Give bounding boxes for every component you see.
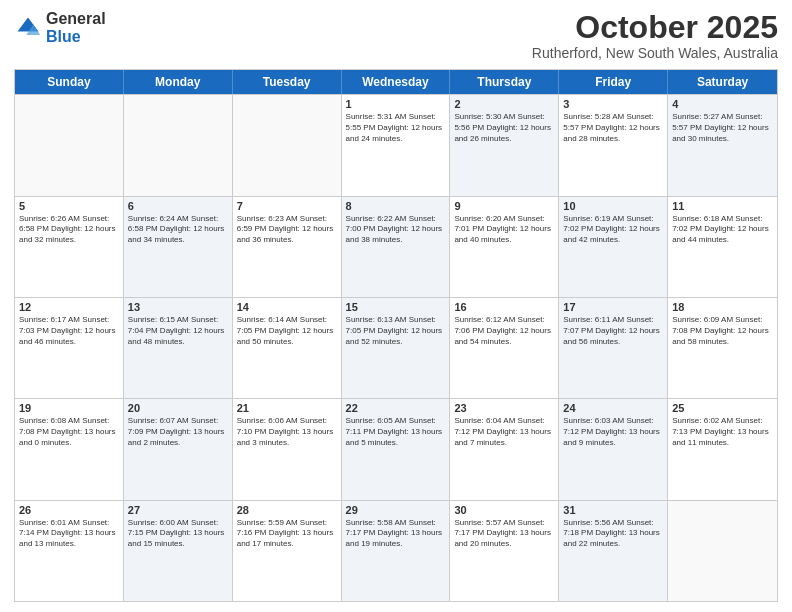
day-info: Sunrise: 6:20 AM Sunset: 7:01 PM Dayligh… (454, 214, 554, 246)
day-info: Sunrise: 6:06 AM Sunset: 7:10 PM Dayligh… (237, 416, 337, 448)
calendar-header: SundayMondayTuesdayWednesdayThursdayFrid… (15, 70, 777, 94)
day-info: Sunrise: 6:00 AM Sunset: 7:15 PM Dayligh… (128, 518, 228, 550)
day-info: Sunrise: 6:23 AM Sunset: 6:59 PM Dayligh… (237, 214, 337, 246)
day-number: 31 (563, 504, 663, 516)
day-cell-21: 21Sunrise: 6:06 AM Sunset: 7:10 PM Dayli… (233, 399, 342, 499)
day-cell-6: 6Sunrise: 6:24 AM Sunset: 6:58 PM Daylig… (124, 197, 233, 297)
day-info: Sunrise: 6:18 AM Sunset: 7:02 PM Dayligh… (672, 214, 773, 246)
day-number: 23 (454, 402, 554, 414)
day-number: 19 (19, 402, 119, 414)
weekday-header-wednesday: Wednesday (342, 70, 451, 94)
day-cell-24: 24Sunrise: 6:03 AM Sunset: 7:12 PM Dayli… (559, 399, 668, 499)
day-cell-1: 1Sunrise: 5:31 AM Sunset: 5:55 PM Daylig… (342, 95, 451, 195)
day-number: 30 (454, 504, 554, 516)
day-cell-23: 23Sunrise: 6:04 AM Sunset: 7:12 PM Dayli… (450, 399, 559, 499)
day-info: Sunrise: 6:13 AM Sunset: 7:05 PM Dayligh… (346, 315, 446, 347)
day-cell-13: 13Sunrise: 6:15 AM Sunset: 7:04 PM Dayli… (124, 298, 233, 398)
weekday-header-sunday: Sunday (15, 70, 124, 94)
logo-icon (14, 14, 42, 42)
day-info: Sunrise: 6:19 AM Sunset: 7:02 PM Dayligh… (563, 214, 663, 246)
weekday-header-friday: Friday (559, 70, 668, 94)
day-info: Sunrise: 6:24 AM Sunset: 6:58 PM Dayligh… (128, 214, 228, 246)
day-cell-15: 15Sunrise: 6:13 AM Sunset: 7:05 PM Dayli… (342, 298, 451, 398)
day-info: Sunrise: 5:30 AM Sunset: 5:56 PM Dayligh… (454, 112, 554, 144)
day-number: 21 (237, 402, 337, 414)
weekday-header-monday: Monday (124, 70, 233, 94)
day-info: Sunrise: 6:07 AM Sunset: 7:09 PM Dayligh… (128, 416, 228, 448)
calendar: SundayMondayTuesdayWednesdayThursdayFrid… (14, 69, 778, 602)
day-number: 28 (237, 504, 337, 516)
day-number: 7 (237, 200, 337, 212)
day-info: Sunrise: 6:11 AM Sunset: 7:07 PM Dayligh… (563, 315, 663, 347)
day-cell-22: 22Sunrise: 6:05 AM Sunset: 7:11 PM Dayli… (342, 399, 451, 499)
day-cell-10: 10Sunrise: 6:19 AM Sunset: 7:02 PM Dayli… (559, 197, 668, 297)
day-cell-17: 17Sunrise: 6:11 AM Sunset: 7:07 PM Dayli… (559, 298, 668, 398)
empty-cell-0-0 (15, 95, 124, 195)
top-section: General Blue October 2025 Rutherford, Ne… (14, 10, 778, 61)
calendar-row-1: 5Sunrise: 6:26 AM Sunset: 6:58 PM Daylig… (15, 196, 777, 297)
day-number: 12 (19, 301, 119, 313)
month-title: October 2025 (532, 10, 778, 45)
page: General Blue October 2025 Rutherford, Ne… (0, 0, 792, 612)
day-cell-20: 20Sunrise: 6:07 AM Sunset: 7:09 PM Dayli… (124, 399, 233, 499)
day-number: 16 (454, 301, 554, 313)
day-number: 26 (19, 504, 119, 516)
day-cell-4: 4Sunrise: 5:27 AM Sunset: 5:57 PM Daylig… (668, 95, 777, 195)
day-number: 20 (128, 402, 228, 414)
day-number: 15 (346, 301, 446, 313)
day-cell-9: 9Sunrise: 6:20 AM Sunset: 7:01 PM Daylig… (450, 197, 559, 297)
day-info: Sunrise: 6:09 AM Sunset: 7:08 PM Dayligh… (672, 315, 773, 347)
empty-cell-0-2 (233, 95, 342, 195)
day-cell-7: 7Sunrise: 6:23 AM Sunset: 6:59 PM Daylig… (233, 197, 342, 297)
day-info: Sunrise: 6:15 AM Sunset: 7:04 PM Dayligh… (128, 315, 228, 347)
calendar-row-3: 19Sunrise: 6:08 AM Sunset: 7:08 PM Dayli… (15, 398, 777, 499)
calendar-row-4: 26Sunrise: 6:01 AM Sunset: 7:14 PM Dayli… (15, 500, 777, 601)
day-cell-5: 5Sunrise: 6:26 AM Sunset: 6:58 PM Daylig… (15, 197, 124, 297)
day-number: 17 (563, 301, 663, 313)
day-number: 11 (672, 200, 773, 212)
day-cell-16: 16Sunrise: 6:12 AM Sunset: 7:06 PM Dayli… (450, 298, 559, 398)
day-number: 13 (128, 301, 228, 313)
day-number: 6 (128, 200, 228, 212)
day-info: Sunrise: 6:03 AM Sunset: 7:12 PM Dayligh… (563, 416, 663, 448)
day-cell-18: 18Sunrise: 6:09 AM Sunset: 7:08 PM Dayli… (668, 298, 777, 398)
weekday-header-thursday: Thursday (450, 70, 559, 94)
day-cell-19: 19Sunrise: 6:08 AM Sunset: 7:08 PM Dayli… (15, 399, 124, 499)
day-number: 3 (563, 98, 663, 110)
day-cell-12: 12Sunrise: 6:17 AM Sunset: 7:03 PM Dayli… (15, 298, 124, 398)
day-info: Sunrise: 5:58 AM Sunset: 7:17 PM Dayligh… (346, 518, 446, 550)
day-number: 1 (346, 98, 446, 110)
day-cell-2: 2Sunrise: 5:30 AM Sunset: 5:56 PM Daylig… (450, 95, 559, 195)
day-number: 4 (672, 98, 773, 110)
day-info: Sunrise: 5:31 AM Sunset: 5:55 PM Dayligh… (346, 112, 446, 144)
day-info: Sunrise: 6:04 AM Sunset: 7:12 PM Dayligh… (454, 416, 554, 448)
day-number: 8 (346, 200, 446, 212)
day-number: 2 (454, 98, 554, 110)
day-info: Sunrise: 5:59 AM Sunset: 7:16 PM Dayligh… (237, 518, 337, 550)
day-number: 25 (672, 402, 773, 414)
weekday-header-saturday: Saturday (668, 70, 777, 94)
day-cell-27: 27Sunrise: 6:00 AM Sunset: 7:15 PM Dayli… (124, 501, 233, 601)
day-cell-28: 28Sunrise: 5:59 AM Sunset: 7:16 PM Dayli… (233, 501, 342, 601)
empty-cell-4-6 (668, 501, 777, 601)
day-cell-14: 14Sunrise: 6:14 AM Sunset: 7:05 PM Dayli… (233, 298, 342, 398)
day-info: Sunrise: 5:28 AM Sunset: 5:57 PM Dayligh… (563, 112, 663, 144)
day-info: Sunrise: 6:14 AM Sunset: 7:05 PM Dayligh… (237, 315, 337, 347)
day-cell-29: 29Sunrise: 5:58 AM Sunset: 7:17 PM Dayli… (342, 501, 451, 601)
day-info: Sunrise: 6:08 AM Sunset: 7:08 PM Dayligh… (19, 416, 119, 448)
logo-text: General Blue (46, 10, 106, 45)
calendar-row-0: 1Sunrise: 5:31 AM Sunset: 5:55 PM Daylig… (15, 94, 777, 195)
day-cell-26: 26Sunrise: 6:01 AM Sunset: 7:14 PM Dayli… (15, 501, 124, 601)
location: Rutherford, New South Wales, Australia (532, 45, 778, 61)
day-info: Sunrise: 6:01 AM Sunset: 7:14 PM Dayligh… (19, 518, 119, 550)
day-number: 14 (237, 301, 337, 313)
logo-blue-text: Blue (46, 28, 106, 46)
day-number: 10 (563, 200, 663, 212)
calendar-body: 1Sunrise: 5:31 AM Sunset: 5:55 PM Daylig… (15, 94, 777, 601)
day-number: 18 (672, 301, 773, 313)
day-number: 27 (128, 504, 228, 516)
calendar-row-2: 12Sunrise: 6:17 AM Sunset: 7:03 PM Dayli… (15, 297, 777, 398)
day-cell-8: 8Sunrise: 6:22 AM Sunset: 7:00 PM Daylig… (342, 197, 451, 297)
day-info: Sunrise: 6:22 AM Sunset: 7:00 PM Dayligh… (346, 214, 446, 246)
day-cell-31: 31Sunrise: 5:56 AM Sunset: 7:18 PM Dayli… (559, 501, 668, 601)
